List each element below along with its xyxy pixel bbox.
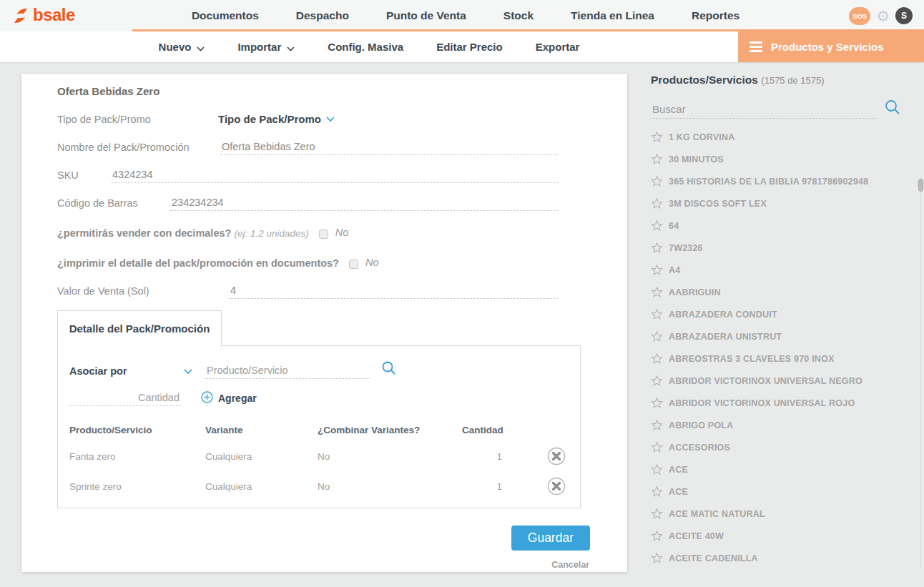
- user-avatar[interactable]: S: [895, 7, 913, 24]
- topnav-item[interactable]: Stock: [503, 9, 534, 22]
- product-list-item[interactable]: ACEITE CADENILLA: [651, 547, 920, 569]
- star-icon[interactable]: [651, 441, 663, 453]
- toolbar-item-editar-precio[interactable]: Editar Precio: [436, 41, 503, 53]
- star-icon[interactable]: [651, 530, 663, 542]
- top-header: bsale Documentos Despacho Punto de Venta…: [0, 0, 924, 31]
- product-list-item[interactable]: ACE: [651, 480, 920, 503]
- star-icon[interactable]: [651, 153, 663, 165]
- product-list-item[interactable]: 7W2326: [651, 237, 920, 259]
- form-fields: Tipo de Pack/Promo Tipo de Pack/Promo No…: [57, 110, 558, 299]
- search-icon[interactable]: [381, 360, 397, 379]
- star-icon[interactable]: [651, 330, 663, 342]
- toolbar-item-exportar[interactable]: Exportar: [536, 41, 580, 53]
- tipo-dropdown-value: Tipo de Pack/Promo: [218, 113, 321, 125]
- product-list-item[interactable]: 1 KG CORVINA: [651, 126, 920, 148]
- star-icon[interactable]: [651, 286, 663, 298]
- star-icon[interactable]: [651, 352, 663, 365]
- toolbar-item-config-masiva[interactable]: Config. Masiva: [328, 41, 403, 53]
- product-name: ACE: [669, 487, 688, 497]
- topnav-item[interactable]: Reportes: [692, 9, 739, 22]
- topnav-item[interactable]: Punto de Venta: [386, 9, 466, 22]
- product-name: 365 HISTORIAS DE LA BIBLIA 9781786902948: [669, 177, 868, 187]
- nombre-label: Nombre del Pack/Promoción: [57, 142, 220, 155]
- sku-input[interactable]: [111, 167, 558, 183]
- field-row-sku: SKU: [57, 166, 558, 183]
- sidebar-count: (1575 de 1575): [761, 75, 824, 86]
- star-icon[interactable]: [651, 397, 663, 409]
- product-list-item[interactable]: 3M DISCOS SOFT LEX: [651, 192, 920, 214]
- star-icon[interactable]: [651, 485, 663, 498]
- codigo-barras-input[interactable]: [170, 195, 558, 211]
- product-list-item[interactable]: ABRAZADERA CONDUIT: [651, 303, 920, 325]
- star-icon[interactable]: [651, 219, 663, 232]
- imprimir-checkbox[interactable]: [349, 260, 358, 269]
- detail-tab-section: Detalle del Pack/Promoción Asociar por: [57, 310, 581, 508]
- product-name: ACEITE 40W: [669, 531, 724, 541]
- tipo-pack-dropdown[interactable]: Tipo de Pack/Promo: [218, 112, 335, 127]
- settings-gear-icon[interactable]: ⚙: [876, 9, 890, 24]
- product-list-item[interactable]: ACCESORIOS: [651, 436, 920, 458]
- tab-detalle-pack[interactable]: Detalle del Pack/Promoción: [57, 310, 222, 346]
- chevron-down-icon: [287, 41, 295, 54]
- product-list-item[interactable]: ABRIDOR VICTORINOX UNIVERSAL ROJO: [651, 392, 920, 414]
- agregar-button[interactable]: Agregar: [201, 391, 257, 406]
- product-list-item[interactable]: 365 HISTORIAS DE LA BIBLIA 9781786902948: [651, 170, 920, 192]
- star-icon[interactable]: [651, 375, 663, 387]
- product-list-item[interactable]: ABRIDOR VICTORINOX UNIVERSAL NEGRO: [651, 370, 920, 392]
- delete-row-button[interactable]: [547, 477, 566, 495]
- product-list-item[interactable]: ABRIGO POLA: [651, 414, 920, 436]
- star-icon[interactable]: [651, 463, 663, 475]
- topnav-item[interactable]: Tienda en Linea: [571, 9, 654, 22]
- star-icon[interactable]: [651, 508, 663, 520]
- sidebar-scrollbar-thumb[interactable]: [918, 179, 923, 192]
- decimales-checkbox[interactable]: [319, 230, 328, 239]
- delete-row-button[interactable]: [547, 447, 566, 465]
- guardar-button[interactable]: Guardar: [511, 526, 590, 551]
- product-list-item[interactable]: ACE: [651, 458, 920, 480]
- product-list-item[interactable]: 30 MINUTOS: [651, 148, 920, 170]
- product-list-item[interactable]: ABRAZADERA UNISTRUT: [651, 325, 920, 347]
- star-icon[interactable]: [651, 308, 663, 320]
- product-list-item[interactable]: 64: [651, 214, 920, 237]
- sku-label: SKU: [57, 169, 111, 183]
- cantidad-input[interactable]: [69, 390, 181, 406]
- field-row-imprimir: ¿imprimir el detalle del pack/promoción …: [57, 252, 558, 269]
- nombre-input[interactable]: [220, 139, 558, 155]
- sidebar-search-row: [651, 99, 920, 119]
- product-name: ABRAZADERA CONDUIT: [669, 310, 777, 320]
- associate-row: Asociar por: [69, 360, 569, 379]
- quantity-row: Agregar: [69, 390, 569, 406]
- chevron-down-icon: [326, 112, 335, 125]
- asociar-por-select[interactable]: Asociar por: [69, 365, 192, 379]
- product-list-item[interactable]: A4: [651, 259, 920, 281]
- bsale-logo[interactable]: bsale: [11, 6, 75, 26]
- cancelar-link[interactable]: Cancelar: [551, 560, 589, 570]
- sos-badge[interactable]: SOS: [849, 7, 870, 25]
- valor-venta-input[interactable]: [229, 283, 558, 299]
- star-icon[interactable]: [651, 264, 663, 276]
- star-icon[interactable]: [651, 197, 663, 209]
- star-icon[interactable]: [651, 175, 663, 187]
- topnav-item[interactable]: Documentos: [192, 9, 259, 22]
- star-icon[interactable]: [651, 242, 663, 254]
- cell-combinar: No: [318, 481, 462, 492]
- product-list-item[interactable]: ACE MATIC NATURAL: [651, 503, 920, 525]
- star-icon[interactable]: [651, 419, 663, 431]
- toolbar-item-nuevo[interactable]: Nuevo: [159, 40, 205, 54]
- agregar-label: Agregar: [218, 393, 257, 404]
- pack-promo-form-card: Oferta Bebidas Zero Tipo de Pack/Promo T…: [21, 74, 627, 572]
- producto-servicio-input[interactable]: [205, 363, 370, 379]
- sidebar-scrollbar-track[interactable]: [920, 179, 921, 568]
- sidebar-search-input[interactable]: [651, 102, 877, 119]
- productos-servicios-panel-button[interactable]: Productos y Servicios: [738, 31, 924, 62]
- product-list-item[interactable]: ABREOSTRAS 3 CLAVELES 970 INOX: [651, 347, 920, 370]
- field-row-codigo: Código de Barras: [57, 194, 558, 211]
- topnav-item[interactable]: Despacho: [296, 9, 349, 22]
- toolbar-item-importar[interactable]: Importar: [237, 40, 295, 54]
- product-list-item[interactable]: ACEITE 40W: [651, 525, 920, 547]
- search-icon[interactable]: [884, 99, 901, 119]
- star-icon[interactable]: [651, 552, 663, 564]
- product-list: 1 KG CORVINA 30 MINUTOS 365 HISTORIAS DE…: [651, 126, 920, 569]
- product-list-item[interactable]: AABRIGUIN: [651, 281, 920, 303]
- star-icon[interactable]: [651, 131, 663, 143]
